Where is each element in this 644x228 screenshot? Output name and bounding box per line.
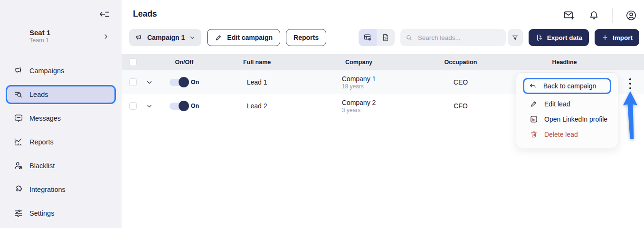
sidebar-item-label: Leads (29, 91, 48, 98)
sidebar-item-label: Integrations (29, 186, 66, 193)
sidebar-item-settings[interactable]: Settings (0, 201, 122, 225)
collapse-sidebar-icon[interactable] (98, 8, 111, 21)
company-years: 18 years (342, 83, 376, 90)
cell-occupation: CEO (412, 78, 510, 86)
cell-company: Company 2 3 years (342, 98, 376, 114)
row-kebab-menu-icon[interactable] (627, 78, 634, 89)
sidebar-item-label: Reports (29, 138, 54, 146)
search-input[interactable] (417, 34, 500, 42)
sidebar-item-leads[interactable]: Leads (0, 83, 122, 106)
menu-item-label: Edit lead (544, 100, 570, 108)
edit-campaign-button[interactable]: Edit campaign (207, 29, 280, 46)
leads-page: Seat 1 Team 1 Campaigns (0, 0, 644, 228)
chevron-down-icon[interactable] (146, 79, 152, 86)
menu-item-edit-lead[interactable]: Edit lead (516, 96, 618, 112)
menu-item-back-to-campaign[interactable]: Back to campaign (524, 79, 610, 93)
puzzle-icon (13, 184, 24, 195)
pencil-icon (530, 100, 538, 108)
cell-company: Company 1 18 years (342, 75, 376, 90)
chat-bubble-icon (13, 113, 24, 124)
filter-button[interactable] (508, 29, 523, 46)
campaign-selector-label: Campaign 1 (147, 34, 185, 41)
seat-title: Seat 1 (29, 28, 50, 37)
header-onoff: On/Off (161, 59, 208, 66)
sidebar-item-integrations[interactable]: Integrations (0, 178, 122, 201)
svg-text:in: in (532, 118, 535, 122)
csv-file-icon: CSV (381, 33, 390, 42)
page-title: Leads (133, 9, 157, 19)
linkedin-icon: in (530, 115, 538, 124)
export-data-label: Export data (547, 34, 582, 41)
lead-toggle[interactable] (170, 79, 188, 86)
funnel-icon (511, 34, 519, 42)
cell-full-name: Lead 2 (208, 102, 306, 110)
lead-search-icon (13, 89, 24, 100)
mail-plus-icon[interactable] (563, 9, 575, 21)
sidebar-item-label: Settings (29, 209, 54, 217)
megaphone-icon (13, 66, 24, 76)
row-checkbox[interactable] (129, 78, 137, 86)
export-data-button[interactable]: Export data (529, 29, 589, 46)
megaphone-icon (135, 34, 143, 42)
chevron-right-icon[interactable] (102, 32, 111, 42)
view-toggle: CSV (359, 29, 395, 46)
search-box (400, 29, 506, 46)
sidebar-nav: Campaigns Leads Messages (0, 59, 122, 225)
cell-full-name: Lead 1 (208, 78, 306, 86)
chevron-down-icon[interactable] (146, 103, 152, 109)
edit-campaign-label: Edit campaign (227, 34, 273, 41)
reports-label: Reports (294, 34, 319, 41)
header-company: Company (306, 59, 412, 66)
header-occupation: Occupation (412, 59, 510, 66)
table-header-row: On/Off Full name Company Occupation Head… (122, 54, 644, 70)
seat-selector[interactable]: Seat 1 Team 1 (29, 28, 50, 44)
chart-icon (13, 137, 24, 147)
file-export-icon (535, 34, 543, 42)
sidebar-item-campaigns[interactable]: Campaigns (0, 59, 122, 83)
company-name: Company 2 (342, 98, 376, 107)
reports-button[interactable]: Reports (286, 29, 326, 46)
company-years: 3 years (342, 107, 376, 114)
account-avatar-icon[interactable] (625, 9, 637, 21)
bell-icon[interactable] (587, 9, 600, 21)
company-name: Company 1 (342, 75, 376, 83)
table-view-button[interactable] (359, 29, 377, 46)
seat-subtitle: Team 1 (29, 37, 50, 44)
menu-item-delete-lead[interactable]: Delete lead (516, 127, 618, 142)
campaign-selector-dropdown[interactable]: Campaign 1 (129, 29, 201, 46)
undo-arrow-icon (529, 82, 537, 90)
import-label: Import (613, 34, 633, 41)
menu-item-open-linkedin-profile[interactable]: in Open LinkedIn profile (516, 112, 618, 127)
csv-view-button[interactable]: CSV (377, 29, 395, 46)
menu-item-label: Open LinkedIn profile (544, 115, 607, 123)
table-settings-icon (363, 33, 372, 42)
header-full-name: Full name (208, 59, 306, 66)
plus-icon (601, 34, 609, 41)
toggle-state-label: On (191, 103, 199, 109)
sidebar-item-messages[interactable]: Messages (0, 106, 122, 130)
row-context-menu: Back to campaign Edit lead in Open Linke… (516, 72, 618, 148)
topbar-icons (550, 8, 637, 23)
select-all-checkbox[interactable] (129, 58, 137, 66)
toolbar: Campaign 1 Edit campaign Reports (129, 29, 639, 46)
import-button[interactable]: Import (595, 29, 639, 46)
lead-toggle[interactable] (170, 103, 188, 110)
cell-occupation: CFO (412, 102, 510, 110)
sidebar-item-label: Blacklist (29, 162, 55, 170)
row-checkbox[interactable] (129, 102, 137, 110)
toggle-state-label: On (191, 79, 199, 86)
trash-icon (530, 130, 538, 139)
highlight-box: Back to campaign (523, 78, 611, 94)
sidebar: Seat 1 Team 1 Campaigns (0, 0, 122, 228)
svg-text:CSV: CSV (383, 38, 388, 40)
toggle-knob (179, 77, 189, 87)
sidebar-item-reports[interactable]: Reports (0, 130, 122, 154)
pencil-icon (215, 34, 223, 42)
sidebar-item-blacklist[interactable]: Blacklist (0, 154, 122, 178)
header-headline: Headline (510, 59, 619, 66)
toggle-knob (179, 101, 189, 111)
sliders-icon (13, 208, 24, 218)
search-icon (405, 34, 413, 42)
chevron-down-icon (189, 34, 196, 41)
user-blocked-icon (13, 161, 24, 171)
